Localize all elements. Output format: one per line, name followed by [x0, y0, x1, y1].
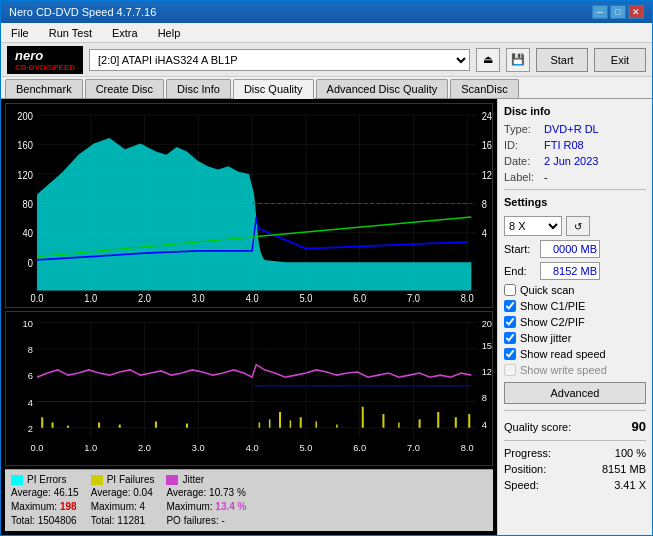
show-jitter-row: Show jitter [504, 332, 646, 344]
legend-pi-failures-avg: Average: 0.04 [91, 486, 155, 499]
show-read-speed-checkbox[interactable] [504, 348, 516, 360]
speed-label: Speed: [504, 479, 539, 491]
svg-rect-39 [6, 312, 492, 465]
divider-3 [504, 440, 646, 441]
svg-text:160: 160 [17, 140, 33, 151]
legend-pi-failures-total: Total: 11281 [91, 514, 155, 527]
eject-button[interactable]: ⏏ [476, 48, 500, 72]
legend-pi-errors-max: Maximum: 198 [11, 500, 79, 513]
legend-pi-errors-avg: Average: 46.15 [11, 486, 79, 499]
top-chart: 200 160 120 80 40 0 24 16 12 8 4 0.0 1.0… [5, 103, 493, 308]
tab-disc-info[interactable]: Disc Info [166, 79, 231, 98]
speed-select[interactable]: 8 X Max 4 X [504, 216, 562, 236]
legend-jitter-avg: Average: 10.73 % [166, 486, 246, 499]
chart-legend: PI Errors Average: 46.15 Maximum: 198 To… [5, 469, 493, 531]
svg-text:6.0: 6.0 [353, 292, 366, 303]
tab-create-disc[interactable]: Create Disc [85, 79, 164, 98]
bottom-chart: 10 8 6 4 2 20 15 12 8 4 0.0 1.0 2.0 3.0 [5, 311, 493, 466]
show-c1pie-checkbox[interactable] [504, 300, 516, 312]
speed-row-progress: Speed: 3.41 X [504, 479, 646, 491]
end-input[interactable] [540, 262, 600, 280]
svg-text:15: 15 [482, 341, 492, 351]
tab-scandisc[interactable]: ScanDisc [450, 79, 518, 98]
svg-text:4: 4 [482, 420, 487, 430]
show-c1pie-row: Show C1/PIE [504, 300, 646, 312]
svg-text:0.0: 0.0 [31, 443, 44, 453]
speed-row: 8 X Max 4 X ↺ [504, 216, 646, 236]
show-c2pif-checkbox[interactable] [504, 316, 516, 328]
svg-text:7.0: 7.0 [407, 292, 420, 303]
start-input[interactable] [540, 240, 600, 258]
show-write-speed-row: Show write speed [504, 364, 646, 376]
svg-text:3.0: 3.0 [192, 292, 205, 303]
quality-score-row: Quality score: 90 [504, 419, 646, 434]
svg-text:6: 6 [28, 372, 33, 382]
show-jitter-checkbox[interactable] [504, 332, 516, 344]
end-label: End: [504, 265, 536, 277]
menu-file[interactable]: File [5, 26, 35, 40]
svg-text:2.0: 2.0 [138, 292, 151, 303]
quick-scan-checkbox[interactable] [504, 284, 516, 296]
legend-pi-errors: PI Errors Average: 46.15 Maximum: 198 To… [11, 474, 79, 527]
refresh-button[interactable]: ↺ [566, 216, 590, 236]
svg-text:12: 12 [482, 169, 492, 180]
menu-help[interactable]: Help [152, 26, 187, 40]
svg-text:80: 80 [23, 199, 34, 210]
show-c2pif-label: Show C2/PIF [520, 316, 585, 328]
svg-text:0: 0 [28, 257, 34, 268]
menu-run-test[interactable]: Run Test [43, 26, 98, 40]
svg-text:4: 4 [482, 228, 488, 239]
quality-score-value: 90 [632, 419, 646, 434]
tab-advanced-disc-quality[interactable]: Advanced Disc Quality [316, 79, 449, 98]
advanced-button[interactable]: Advanced [504, 382, 646, 404]
svg-text:8.0: 8.0 [461, 292, 474, 303]
disc-info-title: Disc info [504, 105, 646, 117]
show-write-speed-checkbox[interactable] [504, 364, 516, 376]
position-row: Position: 8151 MB [504, 463, 646, 475]
legend-jitter-label: Jitter [182, 474, 204, 485]
svg-text:6.0: 6.0 [353, 443, 366, 453]
svg-text:3.0: 3.0 [192, 443, 205, 453]
disc-info-label: Label: - [504, 171, 646, 183]
legend-pi-errors-color [11, 475, 23, 485]
tab-benchmark[interactable]: Benchmark [5, 79, 83, 98]
legend-pi-errors-total: Total: 1504806 [11, 514, 79, 527]
legend-pi-failures-label: PI Failures [107, 474, 155, 485]
start-button[interactable]: Start [536, 48, 588, 72]
logo: nero CD·DVD/SPEED [7, 46, 83, 74]
exit-button[interactable]: Exit [594, 48, 646, 72]
svg-text:1.0: 1.0 [84, 443, 97, 453]
disc-info-type: Type: DVD+R DL [504, 123, 646, 135]
show-read-speed-row: Show read speed [504, 348, 646, 360]
svg-text:40: 40 [23, 228, 34, 239]
drive-select[interactable]: [2:0] ATAPI iHAS324 A BL1P [89, 49, 470, 71]
legend-jitter-po: PO failures: - [166, 514, 246, 527]
divider-2 [504, 410, 646, 411]
svg-text:20: 20 [482, 319, 492, 329]
menu-extra[interactable]: Extra [106, 26, 144, 40]
svg-text:4.0: 4.0 [246, 292, 259, 303]
title-bar: Nero CD-DVD Speed 4.7.7.16 ─ □ ✕ [1, 1, 652, 23]
chart-area: 200 160 120 80 40 0 24 16 12 8 4 0.0 1.0… [1, 99, 497, 535]
quick-scan-row: Quick scan [504, 284, 646, 296]
svg-text:8: 8 [28, 345, 33, 355]
svg-text:2: 2 [28, 424, 33, 434]
show-read-speed-label: Show read speed [520, 348, 606, 360]
maximize-button[interactable]: □ [610, 5, 626, 19]
main-window: Nero CD-DVD Speed 4.7.7.16 ─ □ ✕ File Ru… [0, 0, 653, 536]
svg-text:10: 10 [23, 319, 33, 329]
progress-value: 100 % [615, 447, 646, 459]
speed-value: 3.41 X [614, 479, 646, 491]
tab-bar: Benchmark Create Disc Disc Info Disc Qua… [1, 77, 652, 99]
logo-sub: CD·DVD/SPEED [15, 63, 75, 72]
close-button[interactable]: ✕ [628, 5, 644, 19]
legend-pi-failures-color [91, 475, 103, 485]
svg-text:16: 16 [482, 140, 492, 151]
svg-text:8.0: 8.0 [461, 443, 474, 453]
tab-disc-quality[interactable]: Disc Quality [233, 79, 314, 99]
show-c2pif-row: Show C2/PIF [504, 316, 646, 328]
title-bar-controls: ─ □ ✕ [592, 5, 644, 19]
save-button[interactable]: 💾 [506, 48, 530, 72]
end-mb-row: End: [504, 262, 646, 280]
minimize-button[interactable]: ─ [592, 5, 608, 19]
